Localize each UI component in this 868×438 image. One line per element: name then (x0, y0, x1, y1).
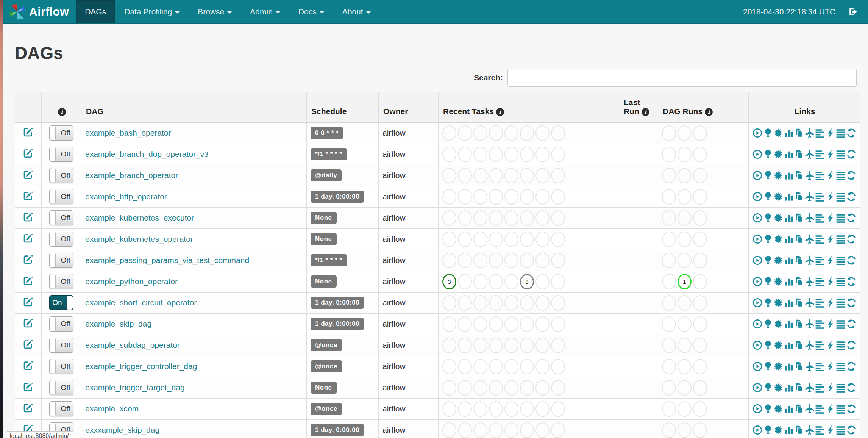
tree-view-icon[interactable] (763, 213, 773, 223)
task-duration-icon[interactable] (784, 340, 794, 350)
refresh-icon[interactable] (846, 255, 856, 265)
task-duration-icon[interactable] (784, 149, 794, 159)
gantt-view-icon[interactable] (815, 361, 825, 371)
gantt-view-icon[interactable] (815, 340, 825, 350)
tree-view-icon[interactable] (763, 383, 773, 393)
refresh-icon[interactable] (846, 383, 856, 393)
refresh-icon[interactable] (846, 192, 856, 202)
dag-pause-toggle[interactable]: Off (49, 189, 73, 204)
landing-times-icon[interactable] (805, 425, 815, 435)
refresh-icon[interactable] (846, 361, 856, 371)
gantt-view-icon[interactable] (815, 425, 825, 435)
graph-view-icon[interactable] (773, 171, 783, 180)
trigger-dag-icon[interactable] (752, 149, 762, 159)
landing-times-icon[interactable] (805, 383, 815, 393)
trigger-dag-icon[interactable] (752, 171, 762, 180)
logs-icon[interactable] (836, 213, 846, 223)
task-tries-icon[interactable] (794, 277, 804, 286)
task-tries-icon[interactable] (794, 319, 804, 329)
task-tries-icon[interactable] (794, 425, 804, 435)
task-tries-icon[interactable] (794, 255, 804, 265)
refresh-icon[interactable] (846, 234, 856, 244)
dag-pause-toggle[interactable]: Off (49, 401, 73, 416)
gantt-view-icon[interactable] (815, 171, 825, 180)
logs-icon[interactable] (836, 340, 846, 350)
landing-times-icon[interactable] (805, 404, 815, 414)
graph-view-icon[interactable] (773, 298, 783, 308)
code-view-icon[interactable] (826, 213, 835, 223)
graph-view-icon[interactable] (773, 404, 783, 414)
edit-dag-icon[interactable] (23, 382, 33, 392)
tree-view-icon[interactable] (763, 234, 773, 244)
refresh-icon[interactable] (846, 149, 856, 159)
task-duration-icon[interactable] (784, 319, 794, 329)
task-tries-icon[interactable] (794, 213, 804, 223)
logs-icon[interactable] (836, 277, 846, 286)
graph-view-icon[interactable] (773, 361, 783, 371)
search-input[interactable] (507, 69, 857, 87)
gantt-view-icon[interactable] (815, 149, 825, 159)
task-duration-icon[interactable] (784, 277, 794, 286)
refresh-icon[interactable] (846, 213, 856, 223)
code-view-icon[interactable] (826, 425, 835, 435)
graph-view-icon[interactable] (773, 128, 783, 138)
code-view-icon[interactable] (826, 234, 835, 244)
tree-view-icon[interactable] (763, 361, 773, 371)
task-duration-icon[interactable] (784, 404, 794, 414)
task-tries-icon[interactable] (794, 298, 804, 308)
trigger-dag-icon[interactable] (752, 383, 762, 393)
dag-name-link[interactable]: example_kubernetes_executor (85, 213, 194, 222)
tree-view-icon[interactable] (763, 192, 773, 202)
dag-pause-toggle[interactable]: Off (49, 210, 73, 225)
graph-view-icon[interactable] (773, 255, 783, 265)
status-count-circle[interactable]: 8 (520, 274, 534, 289)
dag-name-link[interactable]: example_python_operator (85, 277, 178, 286)
nav-item-data-profiling[interactable]: Data Profiling (115, 0, 189, 23)
dag-pause-toggle[interactable]: Off (49, 147, 73, 162)
trigger-dag-icon[interactable] (752, 361, 762, 371)
edit-dag-icon[interactable] (23, 275, 33, 286)
refresh-icon[interactable] (846, 171, 856, 180)
tree-view-icon[interactable] (763, 255, 773, 265)
task-tries-icon[interactable] (794, 361, 804, 371)
dag-name-link[interactable]: example_passing_params_via_test_command (85, 256, 249, 264)
dag-pause-toggle[interactable]: Off (49, 316, 73, 332)
trigger-dag-icon[interactable] (752, 213, 762, 223)
task-tries-icon[interactable] (794, 383, 804, 393)
tree-view-icon[interactable] (763, 149, 773, 159)
landing-times-icon[interactable] (805, 171, 815, 180)
logs-icon[interactable] (836, 361, 846, 371)
dag-name-link[interactable]: example_branch_operator (85, 171, 178, 180)
task-tries-icon[interactable] (794, 234, 804, 244)
code-view-icon[interactable] (826, 298, 835, 308)
dag-pause-toggle[interactable]: Off (49, 359, 73, 374)
task-tries-icon[interactable] (794, 192, 804, 202)
tree-view-icon[interactable] (763, 404, 773, 414)
refresh-icon[interactable] (846, 340, 856, 350)
tree-view-icon[interactable] (763, 319, 773, 329)
trigger-dag-icon[interactable] (752, 340, 762, 350)
trigger-dag-icon[interactable] (752, 425, 762, 435)
gantt-view-icon[interactable] (815, 234, 825, 244)
refresh-icon[interactable] (846, 404, 856, 414)
task-tries-icon[interactable] (794, 404, 804, 414)
landing-times-icon[interactable] (805, 255, 815, 265)
dag-pause-toggle[interactable]: On (49, 295, 73, 310)
edit-dag-icon[interactable] (23, 233, 33, 243)
dag-pause-toggle[interactable]: Off (49, 274, 73, 289)
task-duration-icon[interactable] (784, 171, 794, 180)
dag-pause-toggle[interactable]: Off (49, 253, 73, 268)
graph-view-icon[interactable] (773, 213, 783, 223)
refresh-icon[interactable] (846, 425, 856, 435)
logs-icon[interactable] (836, 404, 846, 414)
tree-view-icon[interactable] (763, 425, 773, 435)
dag-name-link[interactable]: example_kubernetes_operator (85, 235, 193, 243)
task-tries-icon[interactable] (794, 128, 804, 138)
landing-times-icon[interactable] (805, 192, 815, 202)
gantt-view-icon[interactable] (815, 277, 825, 286)
logout-icon[interactable] (848, 7, 858, 17)
graph-view-icon[interactable] (773, 234, 783, 244)
logs-icon[interactable] (836, 234, 846, 244)
dag-name-link[interactable]: example_xcom (85, 404, 139, 413)
dag-name-link[interactable]: example_subdag_operator (85, 341, 180, 349)
